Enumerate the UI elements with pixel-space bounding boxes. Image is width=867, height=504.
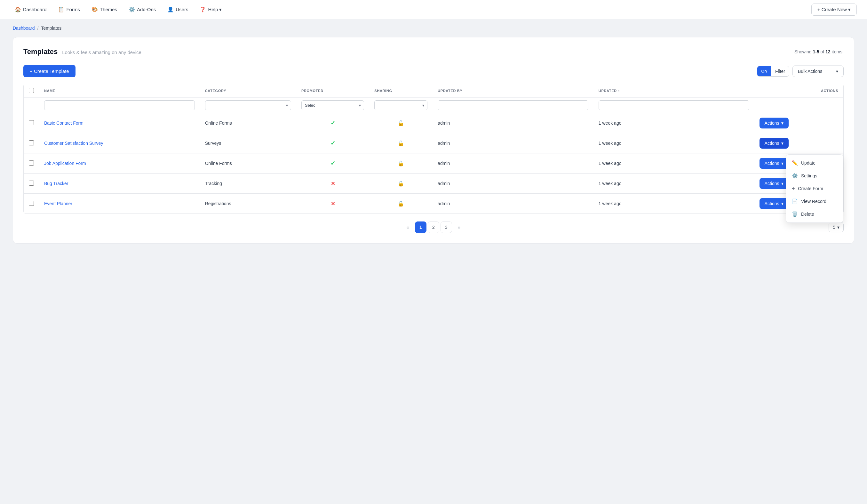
main-content: Templates Looks & feels amazing on any d…	[0, 34, 867, 256]
row-category-cell: Online Forms	[200, 113, 296, 133]
row-updated-by-cell: admin	[432, 113, 593, 133]
row-name-link-1[interactable]: Basic Contact Form	[44, 120, 84, 125]
forms-icon: 📋	[58, 7, 64, 12]
promoted-check-icon: ✓	[331, 160, 335, 166]
actions-button-3[interactable]: Actions ▾	[760, 158, 789, 169]
create-new-button[interactable]: + Create New ▾	[811, 3, 857, 16]
page-1-button[interactable]: 1	[415, 221, 427, 233]
th-promoted: PROMOTED	[296, 84, 369, 98]
nav-addons[interactable]: ⚙️ Add-Ons	[124, 4, 160, 15]
row-checkbox-3[interactable]	[29, 161, 34, 166]
per-page-button[interactable]: 5 ▾	[828, 222, 844, 232]
table-container: NAME CATEGORY PROMOTED SHARING UPDATED B…	[23, 84, 844, 214]
row-promoted-cell: ✓	[296, 133, 369, 153]
filter-sharing-select[interactable]	[374, 100, 427, 110]
row-checkbox-5[interactable]	[29, 201, 34, 206]
table-header-row: NAME CATEGORY PROMOTED SHARING UPDATED B…	[24, 84, 843, 98]
sharing-lock-icon: 🔓	[398, 161, 404, 166]
row-checkbox-cell	[24, 174, 39, 194]
actions-chevron: ▾	[781, 201, 783, 206]
row-checkbox-4[interactable]	[29, 180, 34, 186]
dropdown-item-label: View Record	[801, 199, 826, 204]
per-page-select: 5 ▾	[828, 222, 844, 232]
row-name-link-2[interactable]: Customer Satisfaction Survey	[44, 141, 103, 146]
row-checkbox-1[interactable]	[29, 120, 34, 125]
row-updated-cell: 1 week ago	[593, 153, 754, 174]
dropdown-item-view-record[interactable]: 📄View Record	[786, 195, 843, 208]
dropdown-item-settings[interactable]: ⚙️Settings	[786, 169, 843, 182]
row-checkbox-2[interactable]	[29, 140, 34, 145]
nav-themes[interactable]: 🎨 Themes	[87, 4, 121, 15]
bulk-actions-button[interactable]: Bulk Actions ▾	[792, 66, 844, 77]
filter-sharing-cell	[369, 98, 432, 113]
update-icon: ✏️	[792, 160, 798, 166]
row-checkbox-cell	[24, 113, 39, 133]
row-promoted-cell: ✕	[296, 194, 369, 214]
create-form-icon: +	[792, 186, 795, 191]
breadcrumb-area: Dashboard / Templates	[0, 19, 867, 34]
nav-forms-label: Forms	[66, 7, 80, 12]
card-subtitle: Looks & feels amazing on any device	[62, 50, 141, 55]
toolbar-right: ON Filter Bulk Actions ▾	[757, 66, 844, 77]
nav-dashboard[interactable]: 🏠 Dashboard	[10, 4, 51, 15]
nav-forms[interactable]: 📋 Forms	[53, 4, 84, 15]
filter-label[interactable]: Filter	[771, 66, 789, 76]
actions-chevron: ▾	[781, 141, 783, 146]
filter-on-badge[interactable]: ON	[757, 66, 771, 76]
dropdown-item-delete[interactable]: 🗑️Delete	[786, 208, 843, 220]
breadcrumb-separator: /	[38, 25, 39, 31]
row-actions-cell: Actions ▾	[754, 113, 843, 133]
card-title: Templates	[23, 48, 57, 56]
row-name-cell: Customer Satisfaction Survey	[39, 133, 200, 153]
bulk-actions-label: Bulk Actions	[798, 69, 822, 74]
filter-updated-by-input[interactable]	[438, 100, 588, 110]
row-promoted-cell: ✓	[296, 153, 369, 174]
row-name-cell: Job Application Form	[39, 153, 200, 174]
table-row: Bug Tracker Tracking✕ 🔓 admin1 week agoA…	[24, 174, 843, 194]
th-updated[interactable]: UPDATED ↕	[593, 84, 754, 98]
row-updated-by-cell: admin	[432, 194, 593, 214]
actions-button-2[interactable]: Actions ▾	[760, 138, 789, 149]
filter-name-input[interactable]	[44, 100, 195, 110]
page-prev-button[interactable]: «	[402, 221, 414, 233]
templates-table: NAME CATEGORY PROMOTED SHARING UPDATED B…	[24, 84, 843, 213]
nav-users[interactable]: 👤 Users	[163, 4, 193, 15]
row-category-cell: Registrations	[200, 194, 296, 214]
filter-category-select[interactable]: Online Forms Surveys Tracking Registrati…	[205, 100, 291, 110]
table-row: Basic Contact Form Online Forms✓ 🔓 admin…	[24, 113, 843, 133]
row-checkbox-cell	[24, 153, 39, 174]
table-row: Event Planner Registrations✕ 🔓 admin1 we…	[24, 194, 843, 214]
table-row: Job Application Form Online Forms✓ 🔓 adm…	[24, 153, 843, 174]
breadcrumb-parent[interactable]: Dashboard	[13, 25, 35, 31]
select-all-checkbox[interactable]	[29, 88, 34, 93]
filter-promoted-select[interactable]: Selec Yes No	[301, 100, 364, 110]
row-name-link-4[interactable]: Bug Tracker	[44, 181, 68, 186]
row-sharing-cell: 🔓	[369, 194, 432, 214]
nav-help[interactable]: ❓ Help ▾	[195, 4, 226, 15]
row-updated-cell: 1 week ago	[593, 174, 754, 194]
dropdown-item-update[interactable]: ✏️Update	[786, 157, 843, 169]
page-3-button[interactable]: 3	[440, 221, 452, 233]
page-next-button[interactable]: »	[453, 221, 465, 233]
row-name-link-3[interactable]: Job Application Form	[44, 161, 86, 166]
help-icon: ❓	[200, 7, 206, 12]
row-name-link-5[interactable]: Event Planner	[44, 201, 72, 206]
create-template-button[interactable]: + Create Template	[23, 65, 75, 77]
card-header: Templates Looks & feels amazing on any d…	[23, 48, 844, 56]
create-new-label: + Create New ▾	[817, 7, 851, 12]
sharing-lock-icon: 🔓	[398, 181, 404, 186]
row-name-cell: Bug Tracker	[39, 174, 200, 194]
actions-button-5[interactable]: Actions ▾	[760, 198, 789, 209]
actions-button-1[interactable]: Actions ▾	[760, 118, 789, 129]
addons-icon: ⚙️	[129, 7, 135, 12]
promoted-cross-icon: ✕	[331, 181, 335, 186]
actions-button-4[interactable]: Actions ▾	[760, 178, 789, 189]
row-checkbox-cell	[24, 194, 39, 214]
page-2-button[interactable]: 2	[428, 221, 439, 233]
nav-users-label: Users	[176, 7, 188, 12]
dropdown-item-label: Delete	[801, 211, 814, 217]
filter-updated-input[interactable]	[599, 100, 749, 110]
settings-icon: ⚙️	[792, 173, 798, 179]
dropdown-item-create-form[interactable]: +Create Form	[786, 182, 843, 195]
navbar: 🏠 Dashboard 📋 Forms 🎨 Themes ⚙️ Add-Ons …	[0, 0, 867, 19]
